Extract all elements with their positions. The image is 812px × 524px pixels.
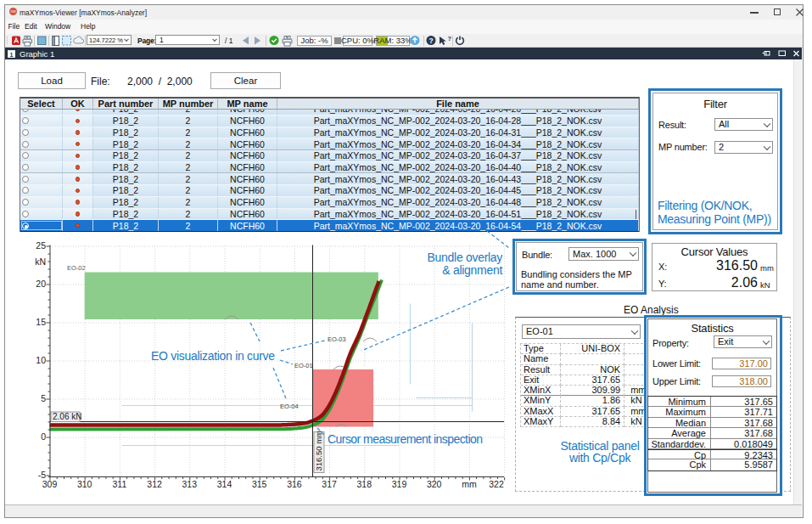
svg-text:kN: kN: [35, 256, 46, 267]
svg-text:314: 314: [217, 479, 232, 489]
svg-text:319: 319: [392, 479, 407, 489]
svg-text:EO-02: EO-02: [67, 264, 86, 272]
svg-text:317: 317: [322, 479, 337, 489]
svg-text:10: 10: [36, 355, 46, 365]
svg-text:25: 25: [36, 240, 46, 251]
svg-text:322: 322: [489, 479, 504, 489]
svg-text:2.06 kN: 2.06 kN: [53, 412, 81, 421]
svg-text:5: 5: [41, 393, 46, 403]
svg-text:309: 309: [42, 479, 58, 489]
svg-text:310: 310: [77, 479, 92, 489]
svg-text:318: 318: [357, 479, 372, 489]
svg-text:15: 15: [36, 317, 46, 327]
svg-text:EO-04: EO-04: [280, 403, 299, 410]
svg-text:311: 311: [113, 479, 127, 489]
svg-text:mm: mm: [462, 479, 477, 489]
svg-text:313: 313: [182, 479, 198, 489]
svg-text:316: 316: [287, 479, 302, 489]
svg-text:EO-01: EO-01: [294, 362, 313, 369]
svg-text:315: 315: [252, 479, 267, 489]
svg-text:312: 312: [147, 479, 162, 489]
svg-text:20: 20: [36, 279, 46, 289]
svg-text:320: 320: [427, 479, 442, 489]
svg-text:316.50 mm: 316.50 mm: [314, 431, 323, 471]
svg-text:EO-03: EO-03: [328, 335, 346, 343]
svg-text:0: 0: [41, 431, 46, 442]
